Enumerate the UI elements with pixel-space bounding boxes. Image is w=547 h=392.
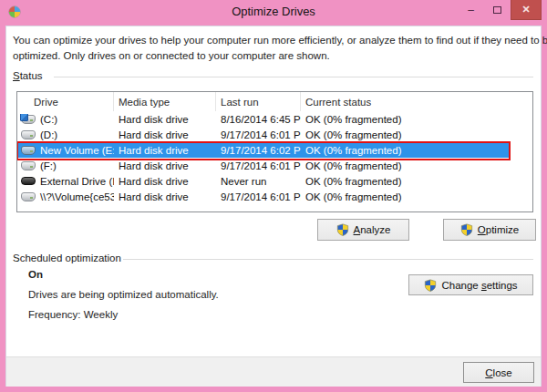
column-header-drive[interactable]: Drive [17,92,114,111]
maximize-icon [493,6,501,14]
scheduled-state: On [28,269,43,280]
table-row-drive-c[interactable]: (C:) Hard disk drive 8/16/2014 6:45 PM O… [17,111,510,127]
change-settings-button-label: Change settings [441,280,517,291]
close-button[interactable]: Close [463,362,534,383]
system-drive-icon [21,115,36,124]
scheduled-group-line [123,259,533,260]
drive-list: Drive Media type Last run Current status… [16,91,533,212]
drive-rows: (C:) Hard disk drive 8/16/2014 6:45 PM O… [17,111,532,204]
drive-icon [21,130,36,139]
close-window-button[interactable]: ✕ [511,0,542,20]
scheduled-optimization-group-label: Scheduled optimization [13,253,121,263]
dialog-body: You can optimize your drives to help you… [5,26,542,387]
maximize-button[interactable] [484,0,511,20]
column-header-last-run[interactable]: Last run [216,92,301,111]
description-line-1: You can optimize your drives to help you… [13,33,547,48]
description-line-2: optimized. Only drives on or connected t… [13,48,330,64]
minimize-button[interactable]: – [458,0,484,20]
drive-icon [21,146,36,155]
external-drive-icon [21,177,36,185]
change-settings-button[interactable]: Change settings [408,274,533,295]
uac-shield-icon [460,223,473,236]
close-button-label: Close [485,367,511,378]
drive-icon [21,192,36,201]
table-row-drive-d[interactable]: (D:) Hard disk drive 9/17/2014 6:01 PM O… [17,127,510,142]
titlebar: Optimize Drives – ✕ [0,0,547,26]
column-header-current-status[interactable]: Current status [301,92,510,111]
scheduled-frequency: Frequency: Weekly [28,309,118,320]
status-group-label: Status [13,70,43,81]
table-row-drive-f[interactable]: (F:) Hard disk drive 9/17/2014 6:01 PM O… [17,158,510,173]
uac-shield-icon [424,279,437,292]
scheduled-detail: Drives are being optimized automatically… [28,289,219,300]
table-row-external-drive-i[interactable]: External Drive (I:) Hard disk drive Neve… [17,173,510,189]
analyze-button[interactable]: Analyze [317,219,409,241]
drive-list-header: Drive Media type Last run Current status [17,92,532,111]
minimize-icon: – [468,4,474,16]
optimize-button[interactable]: Optimize [443,219,536,241]
table-row-hidden-volume[interactable]: \\?\Volume{ce53b... Hard disk drive 9/17… [17,189,510,204]
table-row-drive-e-selected[interactable]: New Volume (E:) Hard disk drive 9/17/201… [17,142,510,158]
column-header-media-type[interactable]: Media type [114,92,216,111]
window-controls: – ✕ [458,0,542,20]
status-group-line [54,77,533,77]
drive-icon [21,161,36,170]
close-icon: ✕ [521,4,530,15]
optimize-button-label: Optimize [478,224,519,235]
uac-shield-icon [336,223,349,236]
dialog-footer: Close [6,356,541,387]
optimize-drives-window: Optimize Drives – ✕ You can optimize you… [0,0,547,392]
analyze-button-label: Analyze [354,224,391,235]
